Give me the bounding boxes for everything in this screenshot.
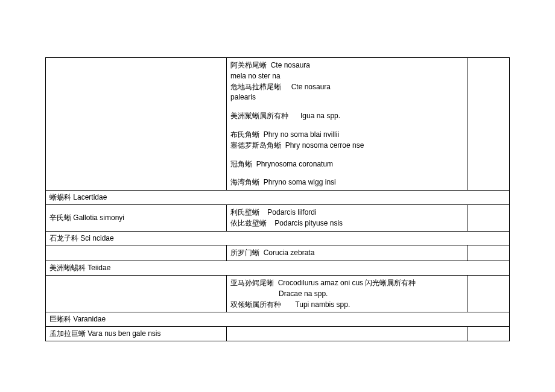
species-line: 危地马拉栉尾蜥 Cte nosaura [230,82,464,92]
species-line: 亚马孙鳄尾蜥 Crocodilurus amaz oni cus 闪光蜥属所有种 [230,278,464,288]
table-row: 所罗门蜥 Corucia zebrata [46,245,510,261]
species-line: 依比兹壁蜥 Podarcis pityuse nsis [230,218,464,229]
species-line: 阿关栉尾蜥 Cte nosaura [230,60,464,71]
table-row: 亚马孙鳄尾蜥 Crocodilurus amaz oni cus 闪光蜥属所有种… [46,275,510,312]
species-line: mela no ster na [230,71,464,81]
col3-cell [468,327,510,341]
species-line: 海湾角蜥 Phryno soma wigg insi [230,177,464,188]
species-line: 双领蜥属所有种 Tupi nambis spp. [230,300,464,310]
species-line: palearis [230,92,464,103]
species-line: 布氏角蜥 Phry no soma blai nvillii [230,130,464,140]
col2-cell: 所罗门蜥 Corucia zebrata [227,245,468,261]
col3-cell [468,58,510,191]
col1-cell [46,58,227,191]
table-row: 巨蜥科 Varanidae [46,312,510,327]
family-header-cell: 美洲蜥蜴科 Teiidae [46,261,510,276]
col1-cell: 孟加拉巨蜥 Vara nus ben gale nsis [46,327,227,341]
table-row: 孟加拉巨蜥 Vara nus ben gale nsis [46,327,510,341]
col1-cell [46,275,227,312]
table-body: 阿关栉尾蜥 Cte nosauramela no ster na危地马拉栉尾蜥 … [46,58,510,341]
table-row: 辛氏蜥 Gallotia simonyi利氏壁蜥 Podarcis lilfor… [46,204,510,231]
table-row: 蜥蜴科 Lacertidae [46,191,510,205]
table-row: 石龙子科 Sci ncidae [46,231,510,245]
species-line: Dracae na spp. [230,289,464,299]
table-row: 阿关栉尾蜥 Cte nosauramela no ster na危地马拉栉尾蜥 … [46,58,510,191]
col2-cell [227,327,468,341]
family-header-cell: 巨蜥科 Varanidae [46,312,510,327]
col3-cell [468,245,510,261]
family-header-cell: 蜥蜴科 Lacertidae [46,191,510,205]
species-line: 冠角蜥 Phrynosoma coronatum [230,159,464,169]
col2-cell: 利氏壁蜥 Podarcis lilfordi依比兹壁蜥 Podarcis pit… [227,204,468,231]
species-table: 阿关栉尾蜥 Cte nosauramela no ster na危地马拉栉尾蜥 … [45,57,510,341]
col3-cell [468,204,510,231]
col2-cell: 亚马孙鳄尾蜥 Crocodilurus amaz oni cus 闪光蜥属所有种… [227,275,468,312]
col1-cell [46,245,227,261]
table-row: 美洲蜥蜴科 Teiidae [46,261,510,276]
species-line: 美洲鬣蜥属所有种 Igua na spp. [230,111,464,121]
col1-cell: 辛氏蜥 Gallotia simonyi [46,204,227,231]
col2-cell: 阿关栉尾蜥 Cte nosauramela no ster na危地马拉栉尾蜥 … [227,58,468,191]
col3-cell [468,275,510,312]
species-line: 利氏壁蜥 Podarcis lilfordi [230,207,464,218]
species-line: 所罗门蜥 Corucia zebrata [230,248,464,258]
family-header-cell: 石龙子科 Sci ncidae [46,231,510,245]
species-line: 塞德罗斯岛角蜥 Phry nosoma cerroe nse [230,141,464,151]
